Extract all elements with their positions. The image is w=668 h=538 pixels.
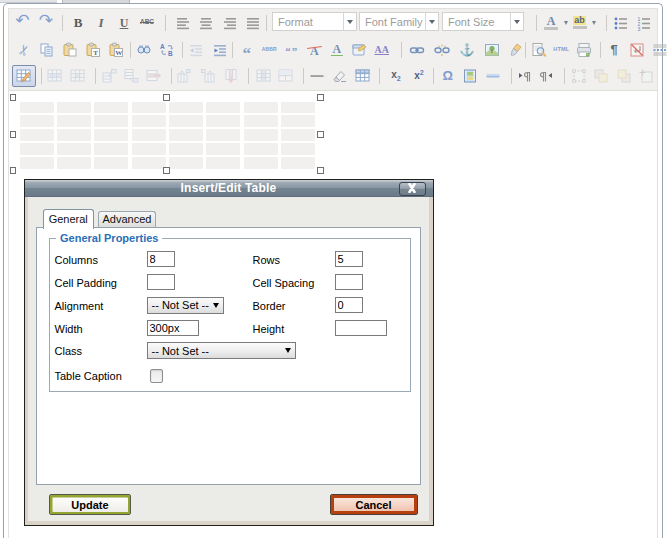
- advanced-hr-button[interactable]: [483, 66, 503, 86]
- font-family-select-arrow[interactable]: [425, 13, 438, 30]
- table-cell[interactable]: [94, 115, 128, 126]
- visual-chars-button[interactable]: ¶: [604, 40, 624, 60]
- table-cell[interactable]: [169, 157, 203, 168]
- visual-aid-button[interactable]: [353, 66, 373, 86]
- subscript-button[interactable]: x2: [386, 66, 406, 86]
- table-cell[interactable]: [244, 115, 278, 126]
- table-caption-checkbox[interactable]: [150, 369, 164, 383]
- find-button[interactable]: [134, 40, 154, 60]
- table-cell[interactable]: [206, 157, 240, 168]
- rows-input[interactable]: [335, 251, 363, 267]
- table-cell[interactable]: [20, 129, 54, 140]
- table-cell[interactable]: [169, 102, 203, 113]
- align-justify-button[interactable]: [243, 13, 263, 33]
- bold-button[interactable]: B: [68, 13, 88, 33]
- table-resize-handle[interactable]: [317, 167, 324, 174]
- table-cell[interactable]: [206, 143, 240, 154]
- content-table[interactable]: [20, 102, 316, 169]
- anchor-button[interactable]: ⚓: [457, 40, 477, 60]
- table-cell[interactable]: [94, 129, 128, 140]
- table-cell[interactable]: [244, 102, 278, 113]
- table-cell[interactable]: [132, 143, 166, 154]
- table-resize-handle[interactable]: [317, 131, 324, 138]
- dialog-titlebar[interactable]: Insert/Edit Table: [25, 180, 433, 197]
- table-cell[interactable]: [132, 115, 166, 126]
- table-cell[interactable]: [20, 157, 54, 168]
- insert-link-button[interactable]: [407, 40, 427, 60]
- table-cell[interactable]: [281, 129, 315, 140]
- insert-image-button[interactable]: [482, 40, 502, 60]
- insertion-button[interactable]: A: [327, 40, 347, 60]
- table-cell[interactable]: [206, 102, 240, 113]
- strikethrough-button[interactable]: ABC: [137, 13, 157, 33]
- deletion-button[interactable]: A: [304, 40, 324, 60]
- alignment-select[interactable]: -- Not Set --: [147, 297, 224, 314]
- table-resize-handle[interactable]: [317, 94, 324, 101]
- table-cell[interactable]: [169, 143, 203, 154]
- table-cell[interactable]: [244, 143, 278, 154]
- height-input[interactable]: [335, 320, 387, 336]
- format-select[interactable]: Format: [272, 12, 357, 31]
- backcolor-button[interactable]: ab: [570, 13, 590, 33]
- align-right-button[interactable]: [220, 13, 240, 33]
- abbreviation-button[interactable]: ABBR: [259, 40, 279, 60]
- font-family-select[interactable]: Font Family: [359, 12, 439, 31]
- cleanup-button[interactable]: [506, 40, 526, 60]
- table-cell[interactable]: [244, 157, 278, 168]
- style-props-button[interactable]: AA: [372, 40, 392, 60]
- table-cell[interactable]: [206, 129, 240, 140]
- paste-button[interactable]: [60, 40, 80, 60]
- preview-button[interactable]: [529, 40, 549, 60]
- table-resize-handle[interactable]: [10, 167, 17, 174]
- format-select-arrow[interactable]: [343, 13, 356, 30]
- unlink-button[interactable]: [432, 40, 452, 60]
- table-cell[interactable]: [57, 102, 91, 113]
- underline-button[interactable]: U: [114, 13, 134, 33]
- font-size-select-arrow[interactable]: [510, 13, 523, 30]
- table-resize-handle[interactable]: [10, 94, 17, 101]
- italic-button[interactable]: I: [91, 13, 111, 33]
- pagebreak-button[interactable]: [650, 40, 668, 60]
- attributes-button[interactable]: [349, 40, 369, 60]
- columns-input[interactable]: [147, 251, 175, 267]
- forecolor-button[interactable]: A: [541, 13, 561, 33]
- nonbreaking-button[interactable]: [627, 40, 647, 60]
- indent-button[interactable]: [210, 40, 230, 60]
- cut-button[interactable]: ✂: [14, 40, 34, 60]
- remove-format-button[interactable]: [330, 66, 350, 86]
- media-button[interactable]: [460, 66, 480, 86]
- html-source-button[interactable]: HTML: [551, 40, 571, 60]
- find-replace-button[interactable]: AB: [157, 40, 177, 60]
- class-select[interactable]: -- Not Set --: [147, 342, 296, 359]
- dialog-close-button[interactable]: [399, 182, 426, 196]
- table-cell[interactable]: [169, 115, 203, 126]
- horizontal-rule-button[interactable]: [307, 66, 327, 86]
- undo-button[interactable]: ↶: [12, 13, 32, 33]
- table-cell[interactable]: [20, 102, 54, 113]
- table-cell[interactable]: [281, 143, 315, 154]
- width-input[interactable]: [147, 320, 199, 336]
- table-cell[interactable]: [94, 102, 128, 113]
- table-resize-handle[interactable]: [10, 131, 17, 138]
- superscript-button[interactable]: x2: [409, 66, 429, 86]
- paste-text-button[interactable]: T: [83, 40, 103, 60]
- table-cell[interactable]: [132, 157, 166, 168]
- cell-spacing-input[interactable]: [335, 274, 363, 290]
- ltr-button[interactable]: [515, 66, 535, 86]
- table-cell[interactable]: [57, 129, 91, 140]
- print-button[interactable]: [574, 40, 594, 60]
- table-cell[interactable]: [57, 157, 91, 168]
- table-cell[interactable]: [281, 157, 315, 168]
- unordered-list-button[interactable]: [611, 13, 631, 33]
- table-cell[interactable]: [57, 143, 91, 154]
- align-center-button[interactable]: [196, 13, 216, 33]
- rtl-button[interactable]: [536, 66, 556, 86]
- ordered-list-button[interactable]: 123: [634, 13, 654, 33]
- align-left-button[interactable]: [173, 13, 193, 33]
- paste-word-button[interactable]: W: [106, 40, 126, 60]
- table-cell[interactable]: [169, 129, 203, 140]
- blockquote-button[interactable]: “: [237, 40, 257, 60]
- table-resize-handle[interactable]: [163, 94, 170, 101]
- acronym-button[interactable]: “”: [282, 40, 302, 60]
- table-resize-handle[interactable]: [163, 167, 170, 174]
